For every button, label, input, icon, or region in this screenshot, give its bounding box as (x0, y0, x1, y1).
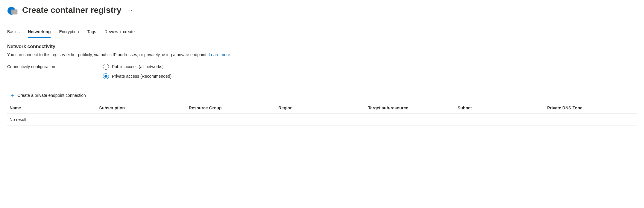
col-subnet: Subnet (458, 105, 547, 110)
more-icon[interactable]: ⋯ (125, 7, 134, 13)
col-private-dns-zone: Private DNS Zone (547, 105, 637, 110)
radio-circle-selected-icon (103, 73, 109, 79)
table-empty-row: No result (7, 114, 637, 126)
col-region: Region (278, 105, 368, 110)
section-description: You can connect to this registry either … (7, 52, 637, 57)
table-header-row: Name Subscription Resource Group Region … (7, 103, 637, 114)
tab-review-create[interactable]: Review + create (104, 27, 135, 38)
endpoints-table: Name Subscription Resource Group Region … (7, 103, 637, 126)
learn-more-link[interactable]: Learn more (209, 52, 230, 57)
connectivity-radio-group: Public access (all networks) Private acc… (103, 64, 171, 79)
tab-encryption[interactable]: Encryption (59, 27, 79, 38)
radio-circle-icon (103, 64, 109, 70)
create-private-endpoint-button[interactable]: ＋ Create a private endpoint connection (10, 92, 86, 99)
col-subscription: Subscription (99, 105, 189, 110)
plus-icon: ＋ (10, 92, 14, 99)
col-target-sub-resource: Target sub-resource (368, 105, 458, 110)
radio-public-label: Public access (all networks) (112, 64, 164, 69)
section-description-text: You can connect to this registry either … (7, 52, 209, 57)
connectivity-field: Connectivity configuration Public access… (7, 64, 637, 79)
tab-basics[interactable]: Basics (7, 27, 19, 38)
col-name: Name (10, 105, 99, 110)
radio-private-access[interactable]: Private access (Recommended) (103, 73, 171, 79)
tab-tags[interactable]: Tags (87, 27, 96, 38)
radio-public-access[interactable]: Public access (all networks) (103, 64, 171, 70)
radio-private-label: Private access (Recommended) (112, 74, 171, 79)
page-title: Create container registry (22, 5, 121, 15)
tab-networking[interactable]: Networking (28, 27, 51, 38)
tabs-bar: Basics Networking Encryption Tags Review… (7, 27, 637, 38)
page-header: Create container registry ⋯ (7, 5, 637, 16)
create-private-endpoint-label: Create a private endpoint connection (17, 93, 86, 98)
section-heading: Network connectivity (7, 44, 637, 49)
col-resource-group: Resource Group (189, 105, 278, 110)
connectivity-label: Connectivity configuration (7, 64, 91, 69)
container-registry-icon (7, 5, 18, 16)
radio-dot-icon (104, 75, 107, 78)
